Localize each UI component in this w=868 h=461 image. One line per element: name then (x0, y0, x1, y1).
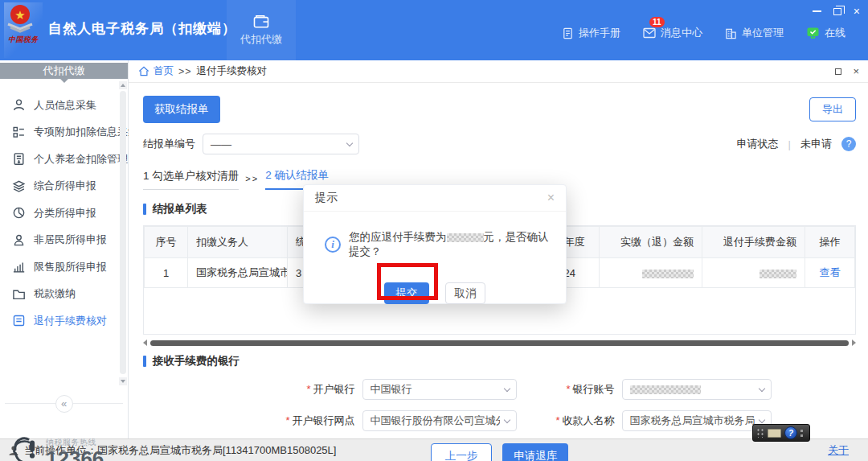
bank-select[interactable]: 中国银行 (362, 379, 517, 400)
horizontal-scrollbar-thumb[interactable] (150, 340, 849, 346)
export-button[interactable]: 导出 (809, 97, 856, 121)
sidebar-item-nonresident-income[interactable]: 非居民所得申报 (0, 227, 128, 254)
cancel-button[interactable]: 取消 (445, 282, 485, 304)
titlebar-actions: 操作手册 11 消息中心 单位管理 (562, 26, 845, 40)
sidebar-item-comprehensive-income[interactable]: 综合所得申报 (0, 173, 128, 200)
breadcrumb-home[interactable]: 首页 (154, 64, 174, 78)
sidebar-item-tax-payment[interactable]: 税款缴纳 (0, 281, 128, 308)
sidebar-item-personnel-info[interactable]: 人员信息采集 (0, 92, 128, 119)
sidebar-item-special-deduction[interactable]: 专项附加扣除信息采集 (0, 119, 128, 146)
view-link[interactable]: 查看 (820, 266, 841, 278)
masked-fee-amount (760, 270, 796, 278)
apply-refund-button[interactable]: 申请退库 (502, 443, 568, 461)
scroll-right-icon[interactable] (852, 340, 856, 346)
tax-bureau-logo: ★ 中国税务 (4, 2, 43, 58)
org-management-button[interactable]: 单位管理 (725, 26, 784, 40)
message-center-button[interactable]: 11 消息中心 (643, 26, 702, 40)
col-withholding-agent: 扣缴义务人 (188, 227, 288, 258)
ime-mini-buttons[interactable] (800, 430, 803, 437)
scrollbar-thumb[interactable] (120, 91, 126, 374)
tab-controls: × (835, 65, 859, 77)
status-divider: | (788, 138, 791, 150)
national-emblem-icon: ★ (4, 2, 36, 35)
fetch-statement-button[interactable]: 获取结报单 (143, 96, 220, 123)
sidebar-item-label: 个人养老金扣除管理 (34, 152, 128, 167)
scroll-down-icon[interactable] (119, 377, 127, 385)
manual-button[interactable]: 操作手册 (562, 26, 620, 40)
scroll-up-icon[interactable] (119, 81, 127, 89)
dialog-message: 您的应退付手续费为元，是否确认提交？ (349, 230, 556, 259)
account-select[interactable] (622, 379, 772, 400)
horizontal-scrollbar[interactable] (143, 339, 856, 347)
mail-icon (643, 27, 656, 39)
svg-text:★: ★ (14, 8, 25, 22)
sidebar-item-label: 税款缴纳 (34, 286, 76, 301)
account-label: *银行账号 (538, 382, 615, 397)
tab-close-icon[interactable]: × (853, 65, 859, 77)
wallet-icon (253, 14, 269, 28)
hotline-logo: 纳税服务热线 12366 (10, 435, 104, 461)
branch-value: 中国银行股份有限公司宣城分行 (371, 414, 500, 428)
collapse-sidebar-button[interactable]: « (55, 395, 73, 413)
chevron-down-icon (758, 417, 764, 423)
breadcrumb: 首页 >> 退付手续费核对 × (129, 60, 868, 83)
ime-help-icon[interactable]: ? (784, 426, 797, 439)
ime-drag-handle[interactable] (756, 428, 764, 438)
toolbar-row: 获取结报单 导出 (143, 96, 856, 123)
sidebar-item-restricted-shares[interactable]: 限售股所得申报 (0, 253, 128, 281)
bank-value: 中国银行 (371, 382, 412, 397)
cell-fee-amount (702, 258, 805, 288)
topnav-tab-label: 代扣代缴 (240, 32, 282, 47)
folder-icon (12, 287, 26, 301)
online-label: 在线 (825, 26, 845, 40)
info-icon: i (325, 237, 341, 253)
scroll-left-icon[interactable] (143, 340, 147, 346)
sidebar-item-label: 退付手续费核对 (34, 314, 107, 328)
minimize-button[interactable] (813, 10, 821, 12)
topnav-tab-withholding[interactable]: 代扣代缴 (227, 0, 296, 60)
help-icon[interactable]: ? (841, 137, 856, 151)
ime-toolbar[interactable]: ? (752, 424, 810, 442)
breadcrumb-current: 退付手续费核对 (197, 64, 268, 78)
sidebar: 代扣代缴 人员信息采集 专项附加扣除信息采集 个人养老金扣除管理 (0, 60, 129, 438)
ime-language-button[interactable] (768, 429, 781, 438)
branch-label-text: 开户银行网点 (293, 414, 355, 426)
titlebar: ★ 中国税务 自然人电子税务局（扣缴端） 代扣代缴 操作手册 (0, 0, 868, 60)
sidebar-menu: 人员信息采集 专项附加扣除信息采集 个人养老金扣除管理 综合所得申报 (0, 79, 128, 335)
masked-account-number (630, 385, 701, 394)
sidebar-item-label: 分类所得申报 (34, 206, 96, 220)
payee-label: *收款人名称 (538, 414, 615, 428)
payee-select[interactable]: 国家税务总局宣城市税务局 (622, 410, 772, 431)
masked-refund-amount (447, 233, 484, 242)
sidebar-item-refund-fee-check[interactable]: 退付手续费核对 (0, 307, 128, 335)
restore-button[interactable] (833, 8, 841, 15)
bank-form-row-1: *开户银行 中国银行 *银行账号 (143, 379, 856, 400)
statement-number-value: —— (211, 138, 231, 150)
chevron-down-icon (503, 385, 510, 392)
online-status[interactable]: 在线 (806, 26, 845, 40)
pension-doc-icon (12, 152, 26, 166)
statement-number-select[interactable]: —— (203, 134, 359, 154)
person-icon (12, 98, 26, 112)
tab-restore-icon[interactable] (835, 68, 841, 75)
chevron-down-icon (503, 417, 510, 423)
apply-status-value: 未申请 (800, 137, 832, 151)
sidebar-item-classified-income[interactable]: 分类所得申报 (0, 200, 128, 227)
required-mark: * (566, 383, 570, 395)
previous-step-button[interactable]: 上一步 (431, 443, 493, 461)
hotline-text: 纳税服务热线 12366 (46, 437, 104, 461)
manual-label: 操作手册 (579, 26, 620, 40)
dialog-close-icon[interactable]: × (547, 191, 555, 204)
submit-button[interactable]: 提交 (384, 282, 429, 304)
branch-select[interactable]: 中国银行股份有限公司宣城分行 (362, 410, 517, 431)
bank-label: *开户银行 (228, 382, 355, 397)
message-badge: 11 (649, 17, 665, 27)
confirm-dialog: 提示 × i 您的应退付手续费为元，是否确认提交？ 提交 取消 (303, 184, 567, 304)
sidebar-item-pension-deduction[interactable]: 个人养老金扣除管理 (0, 146, 128, 173)
sidebar-item-label: 综合所得申报 (34, 179, 96, 193)
step-tab-1[interactable]: 1 勾选单户核对清册 (143, 169, 239, 190)
close-button[interactable]: × (854, 6, 860, 17)
headset-person-icon (10, 435, 40, 461)
col-fee-amount: 退付手续费金额 (702, 227, 805, 258)
sidebar-scrollbar[interactable] (119, 81, 127, 385)
